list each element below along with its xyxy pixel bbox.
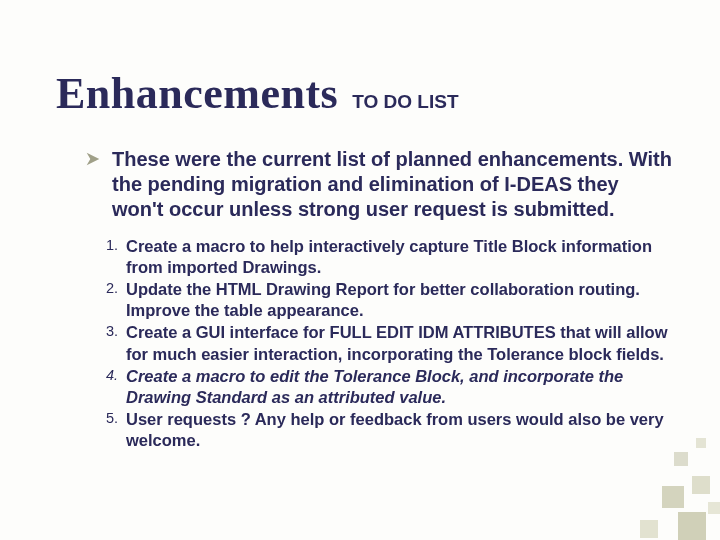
item-text: Update the HTML Drawing Report for bette… xyxy=(126,279,674,321)
list-item: 4. Create a macro to edit the Tolerance … xyxy=(96,366,674,408)
item-text: Create a macro to help interactively cap… xyxy=(126,236,674,278)
intro-text: These were the current list of planned e… xyxy=(112,147,674,222)
intro-bullet: These were the current list of planned e… xyxy=(84,147,674,222)
svg-marker-0 xyxy=(87,153,100,166)
arrow-icon xyxy=(84,150,102,168)
item-text: User requests ? Any help or feedback fro… xyxy=(126,409,674,451)
item-number: 4. xyxy=(96,366,118,385)
item-number: 1. xyxy=(96,236,118,255)
item-number: 5. xyxy=(96,409,118,428)
svg-rect-5 xyxy=(640,520,658,538)
title-row: Enhancements TO DO LIST xyxy=(56,68,674,119)
svg-rect-7 xyxy=(708,502,720,514)
svg-rect-4 xyxy=(692,476,710,494)
svg-rect-1 xyxy=(674,452,688,466)
list-item: 1. Create a macro to help interactively … xyxy=(96,236,674,278)
item-text: Create a macro to edit the Tolerance Blo… xyxy=(126,366,674,408)
item-text: Create a GUI interface for FULL EDIT IDM… xyxy=(126,322,674,364)
title-main: Enhancements xyxy=(56,68,338,119)
list-item: 2. Update the HTML Drawing Report for be… xyxy=(96,279,674,321)
svg-rect-6 xyxy=(678,512,706,540)
slide: Enhancements TO DO LIST These were the c… xyxy=(0,0,720,451)
list-item: 5. User requests ? Any help or feedback … xyxy=(96,409,674,451)
svg-rect-3 xyxy=(662,486,684,508)
title-sub: TO DO LIST xyxy=(352,91,458,113)
list-item: 3. Create a GUI interface for FULL EDIT … xyxy=(96,322,674,364)
numbered-list: 1. Create a macro to help interactively … xyxy=(96,236,674,451)
item-number: 2. xyxy=(96,279,118,298)
item-number: 3. xyxy=(96,322,118,341)
